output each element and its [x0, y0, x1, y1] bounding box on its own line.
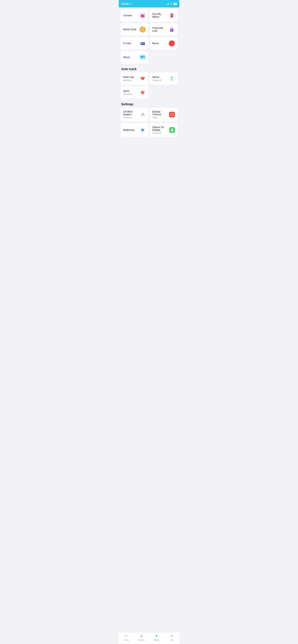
- display-timeout-title: Display Timeout: [152, 110, 169, 116]
- status-icons: 35: [166, 3, 177, 5]
- passcode-lock-title: Passcode Lock: [152, 27, 169, 32]
- spo2-title: SpO2: [123, 90, 132, 92]
- always-on-display-card[interactable]: Always On Display Turned off: [150, 123, 177, 137]
- svg-point-30: [143, 56, 144, 57]
- spo2-subtitle: Turned on: [123, 93, 132, 95]
- time-display: 12:00: [121, 2, 128, 6]
- location-icon: ➤: [129, 3, 131, 5]
- world-clock-icon: [139, 26, 146, 32]
- stress-card[interactable]: Stress Turned off: [150, 72, 177, 85]
- wifi-icon: [170, 3, 173, 5]
- main-content: Camera Find My Watch: [119, 8, 179, 151]
- spo2-card[interactable]: SpO2 Turned on: [121, 86, 148, 99]
- svg-rect-24: [141, 44, 142, 44]
- heart-rate-subtitle: 60Minute: [123, 79, 134, 81]
- status-time: 12:00 ➤: [121, 2, 131, 6]
- display-timeout-subtitle: 10sec: [152, 116, 169, 119]
- heart-rate-title: Heart rate: [123, 76, 134, 78]
- svg-point-42: [142, 129, 143, 131]
- svg-point-20: [171, 30, 172, 31]
- svg-line-48: [143, 131, 144, 132]
- always-on-display-subtitle: Turned off: [152, 132, 169, 134]
- lift-wrist-title: Lift Wrist Awaken: [123, 110, 140, 116]
- svg-rect-11: [171, 14, 173, 14]
- camera-title: Camera: [123, 14, 132, 17]
- stress-subtitle: Turned off: [152, 79, 162, 81]
- passcode-lock-icon: [169, 26, 175, 32]
- lift-wrist-subtitle: Turned on: [123, 116, 140, 119]
- always-on-display-title: Always On Display: [152, 126, 169, 132]
- world-clock-title: World Clock: [123, 28, 136, 31]
- svg-point-3: [142, 16, 143, 16]
- settings-row-2: Brightness Always On Display: [121, 123, 177, 137]
- stress-icon: [169, 76, 175, 82]
- signal-icon: [166, 3, 169, 5]
- find-my-watch-title: Find My Watch: [152, 13, 169, 18]
- svg-rect-12: [171, 17, 173, 18]
- svg-rect-23: [141, 43, 143, 44]
- stress-title: Stress: [152, 76, 162, 78]
- spo2-icon: [139, 90, 146, 96]
- passcode-lock-card[interactable]: Passcode Lock: [150, 23, 177, 36]
- find-my-watch-icon: [169, 12, 175, 18]
- camera-card[interactable]: Camera: [121, 9, 148, 22]
- e-card-card[interactable]: E-Card: [121, 37, 148, 50]
- music-card[interactable]: Music ♪: [150, 37, 177, 50]
- auto-track-header: Auto track: [121, 65, 177, 72]
- auto-track-row-1: Heart rate 60Minute Stress Turned off: [121, 72, 177, 85]
- album-icon: [139, 54, 146, 60]
- svg-point-35: [142, 92, 142, 92]
- battery-icon: 35: [174, 3, 177, 5]
- status-bar: 12:00 ➤ 35: [119, 0, 179, 8]
- find-my-watch-card[interactable]: Find My Watch: [150, 9, 177, 22]
- settings-row-1: Lift Wrist Awaken Turned on Display Time…: [121, 108, 177, 122]
- svg-rect-22: [141, 42, 145, 45]
- apps-row-3: E-Card Music ♪: [121, 37, 177, 50]
- svg-line-49: [143, 129, 144, 129]
- svg-point-54: [172, 130, 173, 131]
- camera-icon: [139, 12, 146, 18]
- album-title: Album: [123, 56, 130, 59]
- music-icon: ♪: [169, 40, 175, 46]
- svg-point-31: [171, 77, 173, 78]
- heart-rate-icon: [139, 76, 146, 82]
- svg-line-50: [141, 131, 142, 132]
- display-timeout-card[interactable]: Display Timeout 10sec: [150, 108, 177, 122]
- brightness-icon: [139, 127, 146, 133]
- svg-point-36: [143, 92, 143, 92]
- empty-cell-2: [150, 86, 177, 99]
- always-on-display-icon: [169, 127, 175, 133]
- e-card-icon: [139, 40, 146, 46]
- display-timeout-icon: [169, 112, 175, 118]
- album-card[interactable]: Album: [121, 51, 148, 64]
- brightness-title: Brightness: [123, 129, 135, 132]
- svg-text:♪: ♪: [171, 42, 173, 45]
- world-clock-card[interactable]: World Clock: [121, 23, 148, 36]
- svg-rect-4: [142, 14, 143, 15]
- lift-wrist-card[interactable]: Lift Wrist Awaken Turned on: [121, 108, 148, 122]
- apps-row-2: World Clock Passcode Lock: [121, 23, 177, 36]
- lift-wrist-icon: [140, 112, 146, 118]
- brightness-card[interactable]: Brightness: [121, 123, 148, 137]
- apps-row-1: Camera Find My Watch: [121, 9, 177, 22]
- e-card-title: E-Card: [123, 42, 131, 45]
- music-title: Music: [152, 42, 159, 45]
- empty-cell: [150, 51, 177, 64]
- svg-line-47: [141, 129, 142, 129]
- heart-rate-card[interactable]: Heart rate 60Minute: [121, 72, 148, 85]
- svg-point-5: [143, 15, 144, 16]
- settings-header: Settings: [121, 100, 177, 108]
